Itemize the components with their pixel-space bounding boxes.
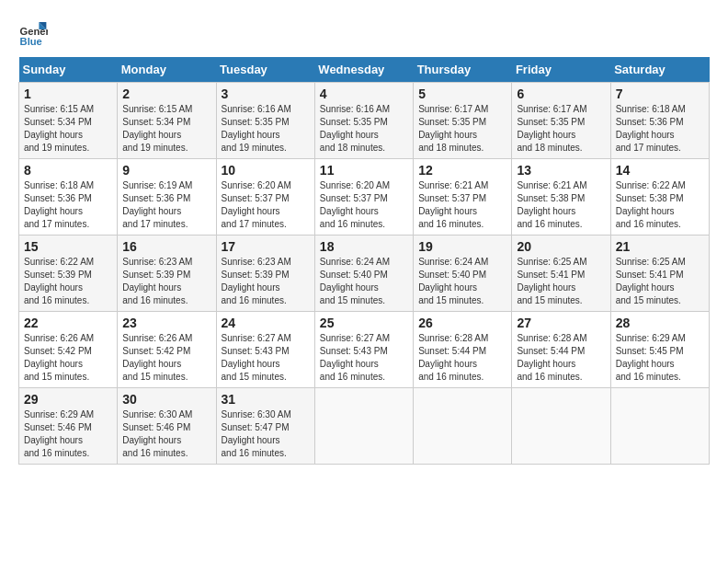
day-info: Sunrise: 6:27 AM Sunset: 5:43 PM Dayligh… [320,332,408,384]
calendar-cell: 25 Sunrise: 6:27 AM Sunset: 5:43 PM Dayl… [314,312,413,388]
calendar-cell [610,388,709,465]
day-info: Sunrise: 6:23 AM Sunset: 5:39 PM Dayligh… [122,256,210,307]
calendar-week-3: 15 Sunrise: 6:22 AM Sunset: 5:39 PM Dayl… [19,236,710,312]
day-info: Sunrise: 6:24 AM Sunset: 5:40 PM Dayligh… [418,256,506,307]
day-header-tuesday: Tuesday [216,57,314,83]
calendar-cell [414,388,512,465]
day-info: Sunrise: 6:17 AM Sunset: 5:35 PM Dayligh… [418,103,506,155]
day-number: 14 [616,163,704,178]
header: General Blue [18,18,710,48]
calendar-cell: 27 Sunrise: 6:28 AM Sunset: 5:44 PM Dayl… [512,312,610,388]
day-number: 28 [616,316,704,330]
calendar-cell: 28 Sunrise: 6:29 AM Sunset: 5:45 PM Dayl… [610,312,709,388]
calendar-cell: 10 Sunrise: 6:20 AM Sunset: 5:37 PM Dayl… [216,159,314,236]
calendar-cell: 21 Sunrise: 6:25 AM Sunset: 5:41 PM Dayl… [610,236,709,312]
day-number: 22 [24,316,112,330]
calendar-cell: 29 Sunrise: 6:29 AM Sunset: 5:46 PM Dayl… [19,388,118,465]
day-info: Sunrise: 6:25 AM Sunset: 5:41 PM Dayligh… [616,256,704,307]
day-header-sunday: Sunday [19,57,118,83]
day-number: 13 [517,163,605,178]
calendar-week-1: 1 Sunrise: 6:15 AM Sunset: 5:34 PM Dayli… [19,83,710,159]
day-number: 7 [616,86,704,101]
calendar-cell: 13 Sunrise: 6:21 AM Sunset: 5:38 PM Dayl… [512,159,610,236]
day-info: Sunrise: 6:27 AM Sunset: 5:43 PM Dayligh… [222,332,310,384]
day-number: 16 [122,239,210,254]
day-info: Sunrise: 6:28 AM Sunset: 5:44 PM Dayligh… [517,332,605,384]
day-number: 24 [222,316,310,330]
day-info: Sunrise: 6:20 AM Sunset: 5:37 PM Dayligh… [320,179,408,231]
calendar-week-4: 22 Sunrise: 6:26 AM Sunset: 5:42 PM Dayl… [19,312,710,388]
calendar-cell: 14 Sunrise: 6:22 AM Sunset: 5:38 PM Dayl… [610,159,709,236]
day-number: 30 [122,392,210,407]
calendar-body: 1 Sunrise: 6:15 AM Sunset: 5:34 PM Dayli… [19,83,710,465]
day-number: 19 [418,239,506,254]
day-info: Sunrise: 6:21 AM Sunset: 5:37 PM Dayligh… [418,179,506,231]
day-number: 12 [418,163,506,178]
calendar-cell: 23 Sunrise: 6:26 AM Sunset: 5:42 PM Dayl… [118,312,216,388]
day-number: 17 [222,239,310,254]
day-number: 8 [24,163,112,178]
day-info: Sunrise: 6:23 AM Sunset: 5:39 PM Dayligh… [222,256,310,307]
day-info: Sunrise: 6:24 AM Sunset: 5:40 PM Dayligh… [320,256,408,307]
calendar-cell: 26 Sunrise: 6:28 AM Sunset: 5:44 PM Dayl… [414,312,512,388]
calendar-cell: 15 Sunrise: 6:22 AM Sunset: 5:39 PM Dayl… [19,236,118,312]
day-info: Sunrise: 6:30 AM Sunset: 5:47 PM Dayligh… [222,408,310,460]
day-number: 31 [222,392,310,407]
day-number: 23 [122,316,210,330]
day-info: Sunrise: 6:15 AM Sunset: 5:34 PM Dayligh… [122,103,210,155]
day-number: 18 [320,239,408,254]
day-header-friday: Friday [512,57,610,83]
calendar-cell: 7 Sunrise: 6:18 AM Sunset: 5:36 PM Dayli… [610,83,709,159]
logo: General Blue [18,18,53,48]
day-info: Sunrise: 6:22 AM Sunset: 5:39 PM Dayligh… [24,256,112,307]
day-info: Sunrise: 6:29 AM Sunset: 5:46 PM Dayligh… [24,408,112,460]
calendar-cell [314,388,413,465]
day-number: 20 [517,239,605,254]
day-number: 11 [320,163,408,178]
day-info: Sunrise: 6:28 AM Sunset: 5:44 PM Dayligh… [418,332,506,384]
calendar-cell: 2 Sunrise: 6:15 AM Sunset: 5:34 PM Dayli… [118,83,216,159]
calendar-cell: 31 Sunrise: 6:30 AM Sunset: 5:47 PM Dayl… [216,388,314,465]
calendar-cell: 3 Sunrise: 6:16 AM Sunset: 5:35 PM Dayli… [216,83,314,159]
day-info: Sunrise: 6:26 AM Sunset: 5:42 PM Dayligh… [24,332,112,384]
day-info: Sunrise: 6:26 AM Sunset: 5:42 PM Dayligh… [122,332,210,384]
calendar-cell: 9 Sunrise: 6:19 AM Sunset: 5:36 PM Dayli… [118,159,216,236]
calendar-cell: 22 Sunrise: 6:26 AM Sunset: 5:42 PM Dayl… [19,312,118,388]
logo-icon: General Blue [18,18,48,48]
calendar-cell: 8 Sunrise: 6:18 AM Sunset: 5:36 PM Dayli… [19,159,118,236]
day-number: 2 [122,86,210,101]
day-info: Sunrise: 6:16 AM Sunset: 5:35 PM Dayligh… [222,103,310,155]
calendar-cell: 18 Sunrise: 6:24 AM Sunset: 5:40 PM Dayl… [314,236,413,312]
calendar-week-2: 8 Sunrise: 6:18 AM Sunset: 5:36 PM Dayli… [19,159,710,236]
calendar-cell: 11 Sunrise: 6:20 AM Sunset: 5:37 PM Dayl… [314,159,413,236]
day-number: 4 [320,86,408,101]
day-number: 5 [418,86,506,101]
day-info: Sunrise: 6:20 AM Sunset: 5:37 PM Dayligh… [222,179,310,231]
day-number: 9 [122,163,210,178]
day-info: Sunrise: 6:15 AM Sunset: 5:34 PM Dayligh… [24,103,112,155]
day-header-thursday: Thursday [414,57,512,83]
calendar-cell: 19 Sunrise: 6:24 AM Sunset: 5:40 PM Dayl… [414,236,512,312]
day-info: Sunrise: 6:18 AM Sunset: 5:36 PM Dayligh… [24,179,112,231]
calendar-cell: 16 Sunrise: 6:23 AM Sunset: 5:39 PM Dayl… [118,236,216,312]
calendar-week-5: 29 Sunrise: 6:29 AM Sunset: 5:46 PM Dayl… [19,388,710,465]
day-number: 1 [24,86,112,101]
day-number: 6 [517,86,605,101]
day-number: 10 [222,163,310,178]
day-number: 26 [418,316,506,330]
calendar-cell: 4 Sunrise: 6:16 AM Sunset: 5:35 PM Dayli… [314,83,413,159]
day-header-monday: Monday [118,57,216,83]
svg-text:Blue: Blue [20,36,42,47]
day-info: Sunrise: 6:21 AM Sunset: 5:38 PM Dayligh… [517,179,605,231]
calendar-cell: 6 Sunrise: 6:17 AM Sunset: 5:35 PM Dayli… [512,83,610,159]
calendar-cell: 20 Sunrise: 6:25 AM Sunset: 5:41 PM Dayl… [512,236,610,312]
day-info: Sunrise: 6:22 AM Sunset: 5:38 PM Dayligh… [616,179,704,231]
calendar-cell: 1 Sunrise: 6:15 AM Sunset: 5:34 PM Dayli… [19,83,118,159]
calendar-cell [512,388,610,465]
calendar-table: SundayMondayTuesdayWednesdayThursdayFrid… [18,57,710,465]
day-number: 3 [222,86,310,101]
day-number: 21 [616,239,704,254]
calendar-cell: 12 Sunrise: 6:21 AM Sunset: 5:37 PM Dayl… [414,159,512,236]
day-number: 15 [24,239,112,254]
calendar-cell: 24 Sunrise: 6:27 AM Sunset: 5:43 PM Dayl… [216,312,314,388]
